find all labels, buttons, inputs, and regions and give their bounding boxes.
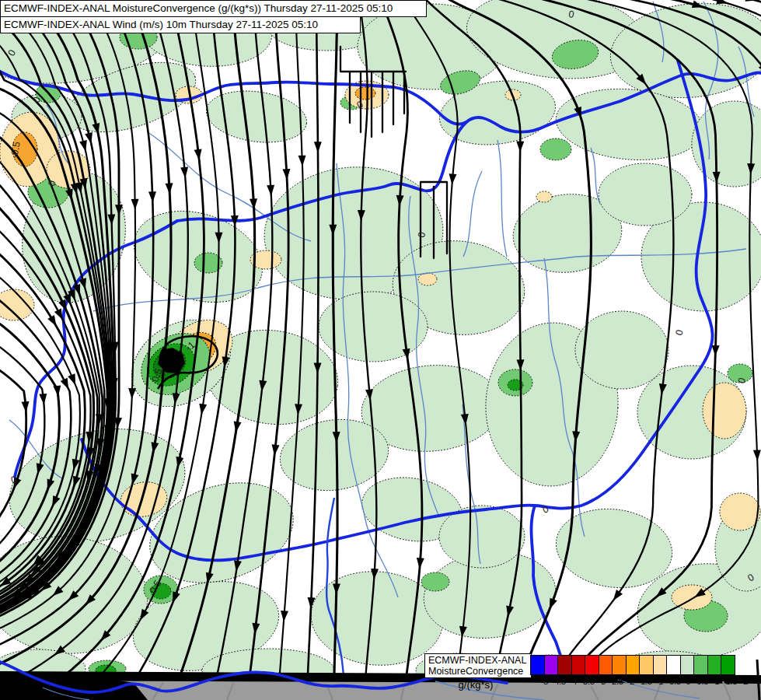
legend-swatch — [599, 655, 613, 675]
legend-tick-label: 0.5 — [696, 677, 710, 686]
legend-swatch — [626, 655, 641, 675]
legend-units-label: g/(kg*s) — [430, 679, 522, 691]
light-green-blob — [599, 163, 692, 226]
legend-tick-label: -0.5 — [667, 677, 682, 686]
legend-swatch — [585, 655, 599, 675]
legend-parameter-label: MoistureConvergence — [428, 666, 531, 677]
legend-tick-row: -5-4.5-4-3.5-3-2.5-2-1.5-1-0.500.511.52 — [537, 677, 753, 686]
legend-swatch — [693, 655, 708, 675]
legend-swatch — [530, 655, 545, 675]
legend-tick-label: 0 — [681, 677, 696, 686]
legend-tick-label: -1 — [652, 677, 667, 686]
legend-swatch — [680, 655, 695, 675]
legend-swatch — [707, 655, 722, 675]
legend-swatch — [721, 655, 735, 675]
title-bar-wind: ECMWF-INDEX-ANAL Wind (m/s) 10m Thursday… — [0, 16, 361, 33]
legend-tick-label: -2 — [623, 677, 638, 686]
weather-map-page: { "header": { "line1": "ECMWF-INDEX-ANAL… — [0, 0, 761, 700]
legend-tick-label: -4.5 — [552, 677, 567, 686]
legend-tick-label: 2 — [738, 677, 753, 686]
legend-swatch — [639, 655, 654, 675]
legend-swatch — [653, 655, 668, 675]
medium-green-blob — [540, 138, 571, 160]
title-bar-parameter: ECMWF-INDEX-ANAL MoistureConvergence (g/… — [0, 0, 427, 17]
legend-model-label: ECMWF-INDEX-ANAL — [428, 655, 531, 666]
legend-tick-label: -5 — [537, 677, 552, 686]
legend-tick-label: -3.5 — [581, 677, 595, 686]
legend-tick-label: -4 — [566, 677, 581, 686]
medium-green-blob — [421, 572, 449, 591]
legend-swatch — [571, 655, 586, 675]
legend-tick-label: -3 — [595, 677, 609, 686]
legend-tick-label: -1.5 — [638, 677, 653, 686]
legend-tick-label: 1 — [710, 677, 724, 686]
weather-map: 0.5-1-0.500000000.50000 — [0, 0, 761, 700]
pale-orange-blob — [536, 191, 552, 202]
legend-colorbar — [530, 655, 735, 675]
pale-orange-blob — [703, 383, 746, 439]
light-green-blob — [575, 311, 668, 389]
legend-info-box: ECMWF-INDEX-ANAL MoistureConvergence — [424, 653, 532, 678]
pale-orange-blob — [720, 493, 760, 530]
legend-swatch — [612, 655, 627, 675]
legend-swatch — [544, 655, 559, 675]
pale-orange-blob — [418, 273, 437, 285]
legend-swatch — [666, 655, 681, 675]
legend-tick-label: 1.5 — [724, 677, 739, 686]
legend-swatch — [557, 655, 572, 675]
legend-tick-label: -2.5 — [609, 677, 624, 686]
